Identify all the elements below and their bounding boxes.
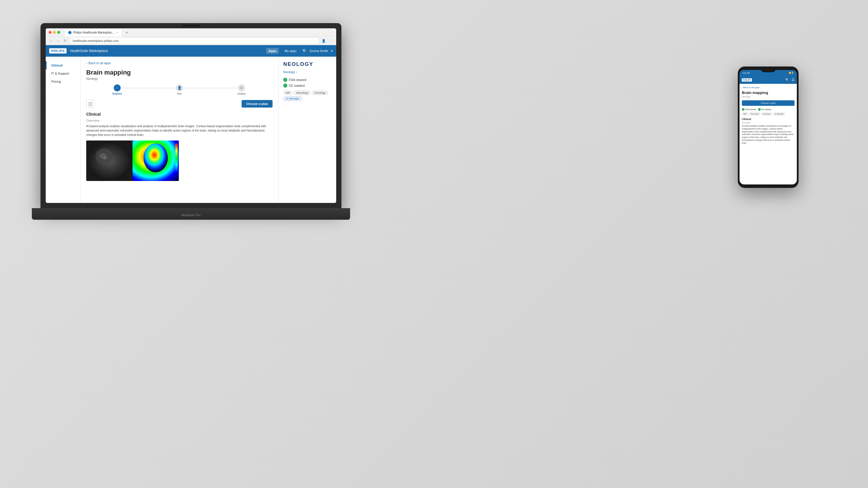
phone-back-link[interactable]: ‹ Back to all apps — [742, 86, 795, 89]
brain-scan-colormap — [132, 140, 179, 181]
url-text: healthsuite-marketplace.philips.com — [73, 39, 119, 42]
phone-tag-oncology[interactable]: Oncology — [761, 112, 772, 116]
brain-scan-color-overlay — [132, 140, 179, 181]
clinical-section-title: Clinical — [86, 112, 273, 117]
sidebar-item-clinical[interactable]: Clinical — [46, 61, 80, 69]
phone: 9:41 AM 📶🔋 PHILIPS 🔍 ☰ ‹ Back to all app… — [738, 66, 799, 188]
phone-status-icons: 📶🔋 — [789, 72, 794, 74]
phone-back-chevron: ‹ — [742, 86, 743, 89]
phone-screen: 9:41 AM 📶🔋 PHILIPS 🔍 ☰ ‹ Back to all app… — [740, 70, 797, 185]
tag-neurology[interactable]: Neurology — [294, 91, 311, 95]
steps-bar: 🔵 Explore 👤 Buy ⚙ Deploy — [86, 85, 273, 95]
account-icon[interactable]: 👤 — [321, 38, 327, 43]
phone-fda-check-icon: ✓ — [742, 108, 744, 111]
ce-marked-badge: ✓ CE marked — [283, 84, 332, 88]
macbook-screen: 🔵 Philips Healthsuite Marketplac... ✕ + … — [46, 28, 336, 203]
phone-choose-plan-button[interactable]: Choose a plan — [742, 100, 795, 106]
step-deploy-circle: ⚙ — [238, 85, 245, 91]
choose-plan-button[interactable]: Choose a plan — [242, 100, 273, 107]
tag-ai-manager[interactable]: AI Manager — [283, 96, 302, 101]
phone-badges: ✓ FDA cleared ✓ CE marked — [742, 108, 795, 111]
main-layout: Clinical IT & Support Pricing ‹ — [46, 57, 336, 203]
clipboard-icon-button[interactable]: 📋 — [86, 100, 94, 108]
brain-image — [86, 140, 179, 181]
scene: 🔵 Philips Healthsuite Marketplac... ✕ + … — [0, 0, 868, 488]
browser-tab-row: 🔵 Philips Healthsuite Marketplac... ✕ + — [46, 28, 336, 36]
refresh-button[interactable]: ↻ — [62, 38, 68, 43]
phone-tag-neurology[interactable]: Neurology — [749, 112, 760, 116]
forward-button[interactable]: › — [56, 38, 61, 43]
step-buy[interactable]: 👤 Buy — [148, 85, 211, 95]
step-explore[interactable]: 🔵 Explore — [86, 85, 148, 95]
overview-text: AI based analysis enables visualization … — [86, 124, 273, 137]
phone-content: ‹ Back to all apps Brain mapping Neology… — [740, 84, 797, 147]
new-tab-button[interactable]: + — [124, 30, 130, 35]
overview-label: Overview — [86, 119, 273, 122]
minimize-window-button[interactable] — [53, 31, 56, 34]
nav-apps[interactable]: Apps — [266, 48, 279, 54]
brain-scan-grayscale — [86, 140, 132, 181]
phone-fda-badge: ✓ FDA cleared — [742, 108, 756, 111]
app-title: Brain mapping — [86, 69, 273, 76]
phone-tag-mr[interactable]: MR — [742, 112, 748, 116]
phone-ce-check-icon: ✓ — [758, 108, 761, 111]
traffic-lights — [49, 31, 60, 34]
tab-close-button[interactable]: ✕ — [116, 31, 118, 34]
sidebar-item-it-support[interactable]: IT & Support — [46, 69, 80, 77]
macbook-notch — [182, 25, 199, 27]
sidebar-item-pricing[interactable]: Pricing — [46, 77, 80, 86]
browser-address-row: ‹ › ↻ healthsuite-marketplace.philips.co… — [46, 36, 336, 45]
phone-overview-text: AI based analysis enables visualization … — [742, 125, 795, 144]
vendor-link[interactable]: Neology › — [283, 70, 332, 74]
right-panel: NEOLOGY Neology › ✓ FDA cleared ✓ CE mar… — [278, 57, 336, 203]
step-deploy[interactable]: ⚙ Deploy — [210, 85, 273, 95]
user-chevron-icon: ▾ — [331, 49, 333, 53]
browser-tab-active[interactable]: 🔵 Philips Healthsuite Marketplac... ✕ — [64, 28, 122, 36]
macbook-base: MacBook Pro — [32, 208, 350, 220]
app-vendor: Neology — [86, 77, 273, 80]
step-deploy-label: Deploy — [238, 92, 246, 95]
back-chevron-icon: ‹ — [86, 61, 87, 65]
fda-cleared-badge: ✓ FDA cleared — [283, 78, 332, 82]
close-window-button[interactable] — [49, 31, 52, 34]
phone-search-icon[interactable]: 🔍 — [785, 78, 789, 82]
phone-notch — [761, 66, 775, 72]
tag-mr[interactable]: MR — [283, 91, 292, 95]
top-nav: PHILIPS HealthSuite Marketplace Apps My … — [46, 45, 336, 57]
phone-ce-badge: ✓ CE marked — [758, 108, 771, 111]
address-bar[interactable]: healthsuite-marketplace.philips.com — [69, 37, 319, 44]
phone-tags: MR Neurology Oncology AI Manager — [742, 112, 795, 116]
tab-title: Philips Healthsuite Marketplac... — [73, 31, 114, 34]
user-label: Emma Smith — [310, 49, 328, 53]
fullscreen-window-button[interactable] — [57, 31, 60, 34]
phone-overview-label: Overview — [742, 122, 795, 124]
nav-right: 🔍 Emma Smith ▾ — [302, 49, 333, 53]
site-title: HealthSuite Marketplace — [70, 49, 263, 53]
macbook-body: 🔵 Philips Healthsuite Marketplac... ✕ + … — [40, 23, 341, 208]
menu-icon[interactable]: ⋮ — [328, 38, 333, 43]
content-area: ‹ Back to all apps Brain mapping Neology… — [81, 57, 278, 203]
svg-point-4 — [144, 143, 168, 172]
sidebar: Clinical IT & Support Pricing — [46, 57, 81, 203]
phone-tag-ai-manager[interactable]: AI Manager — [773, 112, 785, 116]
phone-app-title: Brain mapping — [742, 91, 795, 95]
neology-logo: NEOLOGY — [283, 61, 332, 67]
phone-nav-icons: 🔍 ☰ — [785, 78, 795, 82]
back-to-apps-link[interactable]: ‹ Back to all apps — [86, 61, 273, 65]
step-explore-label: Explore — [113, 92, 122, 95]
philips-logo: PHILIPS — [49, 48, 66, 54]
fda-check-icon: ✓ — [283, 78, 287, 82]
phone-app-vendor: Neology — [742, 95, 795, 98]
nav-my-apps[interactable]: My apps — [282, 48, 299, 54]
phone-menu-icon[interactable]: ☰ — [792, 78, 795, 82]
colorscale-bar — [175, 143, 178, 172]
step-buy-circle: 👤 — [176, 85, 183, 91]
search-icon[interactable]: 🔍 — [302, 49, 307, 53]
macbook-label: MacBook Pro — [181, 214, 200, 217]
ce-check-icon: ✓ — [283, 84, 287, 88]
brain-scan-gray-shape — [89, 142, 130, 179]
back-button[interactable]: ‹ — [49, 38, 54, 43]
tag-oncology[interactable]: Oncology — [312, 91, 328, 95]
phone-time: 9:41 AM — [742, 72, 750, 74]
tab-favicon: 🔵 — [68, 31, 71, 34]
